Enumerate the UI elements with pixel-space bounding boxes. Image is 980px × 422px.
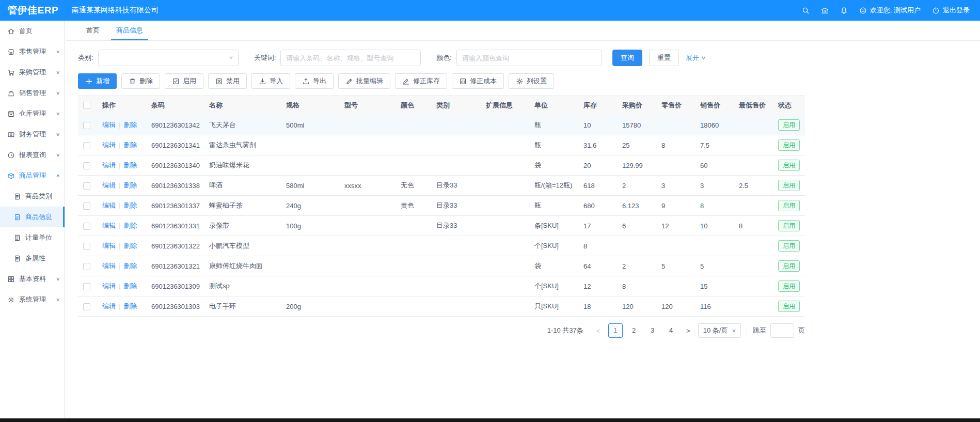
delete-link[interactable]: 删除 bbox=[123, 302, 137, 310]
column-header: 销售价 bbox=[695, 96, 734, 115]
edit-link[interactable]: 编辑 bbox=[102, 121, 116, 129]
check-square-icon bbox=[172, 77, 180, 85]
sidebar-item-goods[interactable]: 商品管理∧ bbox=[0, 165, 65, 186]
table-row: 编辑|删除6901236301303电子手环200g只[SKU]18120120… bbox=[78, 296, 805, 317]
sidebar-item-purchase[interactable]: 采购管理∨ bbox=[0, 62, 65, 83]
export-button-label: 导出 bbox=[313, 76, 326, 86]
delete-link[interactable]: 删除 bbox=[123, 161, 137, 169]
edit-link[interactable]: 编辑 bbox=[102, 262, 116, 270]
edit-link[interactable]: 编辑 bbox=[102, 222, 116, 229]
sidebar-item-finance[interactable]: 财务管理∨ bbox=[0, 124, 65, 145]
export-button[interactable]: 导出 bbox=[295, 73, 334, 89]
sidebar-item-retail[interactable]: 零售管理∨ bbox=[0, 41, 65, 62]
row-checkbox[interactable] bbox=[83, 283, 90, 290]
sidebar-item-goods-category[interactable]: 商品类别 bbox=[0, 186, 65, 207]
import-button[interactable]: 导入 bbox=[251, 73, 290, 89]
search-button[interactable]: 查询 bbox=[612, 50, 642, 66]
next-page-button[interactable]: > bbox=[683, 327, 694, 335]
cell-model bbox=[339, 196, 396, 216]
fix-stock-button[interactable]: 修正库存 bbox=[395, 73, 447, 89]
disable-button[interactable]: 禁用 bbox=[208, 73, 247, 89]
cell-actions: 编辑|删除 bbox=[97, 176, 146, 196]
row-checkbox[interactable] bbox=[83, 182, 90, 190]
color-input[interactable] bbox=[456, 50, 602, 66]
row-checkbox[interactable] bbox=[83, 223, 90, 230]
cell-select bbox=[78, 256, 97, 276]
enable-button[interactable]: 启用 bbox=[165, 73, 203, 89]
sales-icon bbox=[7, 89, 15, 97]
welcome-user[interactable]: 欢迎您, 测试用户 bbox=[859, 6, 921, 15]
chart-square-icon bbox=[459, 77, 467, 85]
delete-link[interactable]: 删除 bbox=[123, 141, 137, 149]
chevron-down-icon: ∨ bbox=[56, 111, 60, 116]
add-button[interactable]: 新增 bbox=[78, 73, 117, 89]
tab-goods-info[interactable]: 商品信息 bbox=[108, 21, 151, 40]
fix-cost-button[interactable]: 修正成本 bbox=[452, 73, 504, 89]
cell-retail: 3 bbox=[656, 176, 695, 196]
cell-spec: 500ml bbox=[281, 115, 339, 135]
edit-link[interactable]: 编辑 bbox=[102, 242, 116, 249]
table-row: 编辑|删除6901236301340奶油味爆米花袋20129.9960启用 bbox=[78, 155, 805, 176]
cell-spec bbox=[281, 135, 339, 155]
cell-status: 启用 bbox=[773, 256, 805, 276]
select-all-checkbox[interactable] bbox=[83, 102, 90, 109]
sidebar-item-multi-attributes[interactable]: 多属性 bbox=[0, 248, 65, 269]
prev-page-button[interactable]: < bbox=[593, 327, 604, 335]
delete-link[interactable]: 删除 bbox=[123, 262, 137, 270]
delete-link[interactable]: 删除 bbox=[123, 201, 137, 209]
batch-edit-button[interactable]: 批量编辑 bbox=[338, 73, 390, 89]
row-checkbox[interactable] bbox=[83, 202, 90, 210]
cell-sale: 7.5 bbox=[695, 135, 734, 155]
sidebar-item-sales[interactable]: 销售管理∨ bbox=[0, 83, 65, 103]
sidebar-item-warehouse[interactable]: 仓库管理∨ bbox=[0, 103, 65, 124]
row-checkbox[interactable] bbox=[83, 263, 90, 270]
edit-link[interactable]: 编辑 bbox=[102, 181, 116, 189]
bank-button[interactable] bbox=[821, 7, 829, 14]
delete-link[interactable]: 删除 bbox=[123, 121, 137, 129]
table-header: 操作条码名称规格型号颜色类别扩展信息单位库存采购价零售价销售价最低售价状态 bbox=[78, 96, 805, 115]
row-checkbox[interactable] bbox=[83, 303, 90, 310]
row-checkbox[interactable] bbox=[83, 122, 90, 129]
search-button[interactable] bbox=[802, 7, 810, 14]
page-1-button[interactable]: 1 bbox=[608, 323, 623, 338]
expand-link[interactable]: 展开∨ bbox=[686, 53, 705, 62]
cell-category bbox=[431, 276, 481, 296]
sidebar-item-system[interactable]: 系统管理∨ bbox=[0, 289, 65, 310]
cell-sale: 60 bbox=[695, 155, 734, 176]
row-checkbox[interactable] bbox=[83, 142, 90, 149]
delete-link[interactable]: 删除 bbox=[123, 222, 137, 229]
delete-link[interactable]: 删除 bbox=[123, 181, 137, 189]
edit-link[interactable]: 编辑 bbox=[102, 141, 116, 149]
page-3-button[interactable]: 3 bbox=[645, 323, 660, 338]
row-checkbox[interactable] bbox=[83, 162, 90, 169]
edit-link[interactable]: 编辑 bbox=[102, 302, 116, 310]
page-suffix-label: 页 bbox=[798, 326, 805, 335]
sidebar-item-measure-units[interactable]: 计量单位 bbox=[0, 227, 65, 248]
page-4-button[interactable]: 4 bbox=[664, 323, 678, 338]
category-select[interactable]: ∨ bbox=[98, 50, 239, 66]
sidebar-item-label: 商品管理 bbox=[19, 171, 46, 180]
delete-button[interactable]: 删除 bbox=[121, 73, 160, 89]
edit-link[interactable]: 编辑 bbox=[102, 201, 116, 209]
column-settings-button[interactable]: 列设置 bbox=[509, 73, 554, 89]
sidebar-item-reports[interactable]: 报表查询∨ bbox=[0, 145, 65, 165]
sidebar-item-basic-data[interactable]: 基本资料∨ bbox=[0, 269, 65, 289]
bell-button[interactable] bbox=[840, 7, 848, 14]
sidebar-item-home[interactable]: 首页 bbox=[0, 21, 65, 41]
chevron-down-icon: ∨ bbox=[701, 55, 706, 60]
delete-link[interactable]: 删除 bbox=[123, 282, 137, 290]
sidebar-item-goods-info[interactable]: 商品信息 bbox=[0, 207, 65, 227]
row-checkbox[interactable] bbox=[83, 243, 90, 250]
page-size-select[interactable]: 10 条/页∨ bbox=[698, 323, 741, 338]
edit-link[interactable]: 编辑 bbox=[102, 282, 116, 290]
cell-sale: 10 bbox=[695, 216, 734, 236]
jump-page-input[interactable] bbox=[770, 323, 794, 338]
edit-link[interactable]: 编辑 bbox=[102, 161, 116, 169]
logout-button[interactable]: 退出登录 bbox=[932, 6, 970, 15]
chevron-down-icon: ∨ bbox=[56, 90, 60, 96]
keyword-input[interactable] bbox=[280, 50, 421, 66]
delete-link[interactable]: 删除 bbox=[123, 242, 137, 249]
tab-home[interactable]: 首页 bbox=[78, 21, 108, 40]
reset-button[interactable]: 重置 bbox=[649, 50, 679, 66]
page-2-button[interactable]: 2 bbox=[627, 323, 641, 338]
